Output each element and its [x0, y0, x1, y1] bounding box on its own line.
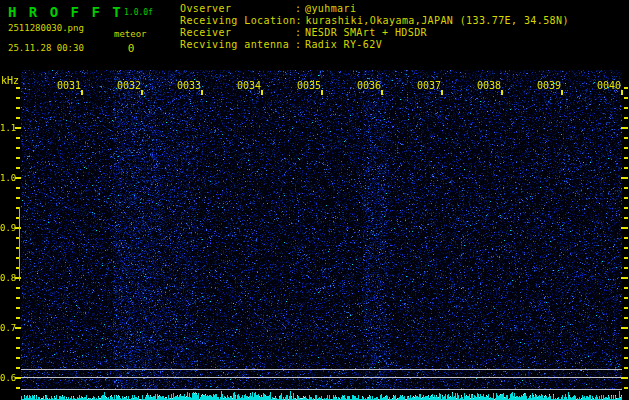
y-major-tick	[621, 127, 628, 129]
info-row-receiver: Receiver : NESDR SMArt + HDSDR	[180, 27, 569, 39]
y-minor-tick	[16, 217, 20, 219]
app-title: H R O F F T	[8, 4, 123, 20]
info-value: kurashiki,Okayama,JAPAN (133.77E, 34.58N…	[306, 15, 569, 27]
level-marker-line	[19, 207, 20, 281]
y-minor-tick	[16, 387, 20, 389]
y-minor-tick	[624, 87, 628, 89]
hrofft-window: H R O F F T 1.0.0f 2511280030.png meteor…	[0, 0, 629, 400]
y-tick-label: 0.6	[0, 374, 14, 383]
info-row-observer: Ovserver : @yuhmari	[180, 3, 569, 15]
y-minor-tick	[624, 117, 628, 119]
meteor-count-label: meteor	[114, 29, 147, 39]
y-minor-tick	[624, 157, 628, 159]
y-minor-tick	[624, 107, 628, 109]
y-minor-tick	[16, 287, 20, 289]
y-minor-tick	[624, 197, 628, 199]
y-major-tick	[621, 377, 628, 379]
y-minor-tick	[16, 357, 20, 359]
frame-datetime: 25.11.28 00:30	[8, 43, 84, 53]
y-minor-tick	[16, 207, 20, 209]
y-minor-tick	[624, 147, 628, 149]
info-value: @yuhmari	[305, 3, 356, 15]
y-minor-tick	[16, 147, 20, 149]
y-minor-tick	[16, 97, 20, 99]
y-tick-label: 1.1	[0, 124, 14, 133]
y-minor-tick	[624, 367, 628, 369]
y-tick-label: 0.7	[0, 324, 14, 333]
y-major-tick	[621, 277, 628, 279]
y-minor-tick	[624, 137, 628, 139]
y-minor-tick	[624, 317, 628, 319]
y-minor-tick	[624, 337, 628, 339]
y-minor-tick	[624, 257, 628, 259]
y-minor-tick	[16, 117, 20, 119]
y-minor-tick	[624, 187, 628, 189]
info-row-location: Receiving Location : kurashiki,Okayama,J…	[180, 15, 569, 27]
y-minor-tick	[624, 307, 628, 309]
info-separator: :	[295, 3, 305, 15]
y-minor-tick	[16, 367, 20, 369]
y-minor-tick	[16, 167, 20, 169]
y-minor-tick	[16, 347, 20, 349]
y-major-tick	[621, 327, 628, 329]
info-label: Recviving antenna	[180, 39, 295, 51]
y-minor-tick	[16, 307, 20, 309]
meteor-count-value: 0	[114, 42, 148, 55]
y-major-tick	[621, 177, 628, 179]
y-minor-tick	[624, 347, 628, 349]
info-label: Receiver	[180, 27, 295, 39]
y-minor-tick	[624, 97, 628, 99]
y-minor-tick	[624, 357, 628, 359]
y-minor-tick	[16, 297, 20, 299]
y-minor-tick	[16, 87, 20, 89]
y-tick-label: 0.8	[0, 274, 14, 283]
info-row-antenna: Recviving antenna : Radix RY-62V	[180, 39, 569, 51]
spectrogram	[21, 70, 622, 400]
y-minor-tick	[624, 217, 628, 219]
y-minor-tick	[16, 337, 20, 339]
y-minor-tick	[16, 317, 20, 319]
y-major-tick	[621, 227, 628, 229]
y-minor-tick	[16, 197, 20, 199]
y-minor-tick	[624, 207, 628, 209]
y-minor-tick	[624, 287, 628, 289]
info-value: NESDR SMArt + HDSDR	[305, 27, 427, 39]
y-minor-tick	[624, 387, 628, 389]
y-minor-tick	[624, 247, 628, 249]
y-minor-tick	[624, 167, 628, 169]
y-tick-label: 1.0	[0, 174, 14, 183]
y-tick-label: 0.9	[0, 224, 14, 233]
y-minor-tick	[16, 237, 20, 239]
y-minor-tick	[16, 187, 20, 189]
y-minor-tick	[16, 247, 20, 249]
frequency-unit-label: kHz	[1, 75, 19, 86]
y-minor-tick	[16, 107, 20, 109]
info-label: Ovserver	[180, 3, 295, 15]
info-separator: :	[295, 39, 305, 51]
y-minor-tick	[16, 267, 20, 269]
y-minor-tick	[16, 157, 20, 159]
y-minor-tick	[624, 237, 628, 239]
info-separator: :	[296, 15, 306, 27]
y-minor-tick	[16, 137, 20, 139]
info-separator: :	[295, 27, 305, 39]
y-minor-tick	[624, 267, 628, 269]
info-label: Receiving Location	[180, 15, 296, 27]
y-minor-tick	[624, 297, 628, 299]
output-filename: 2511280030.png	[8, 23, 84, 33]
y-minor-tick	[16, 257, 20, 259]
app-version: 1.0.0f	[124, 8, 153, 17]
info-value: Radix RY-62V	[305, 39, 382, 51]
observer-info: Ovserver : @yuhmari Receiving Location :…	[180, 3, 569, 51]
